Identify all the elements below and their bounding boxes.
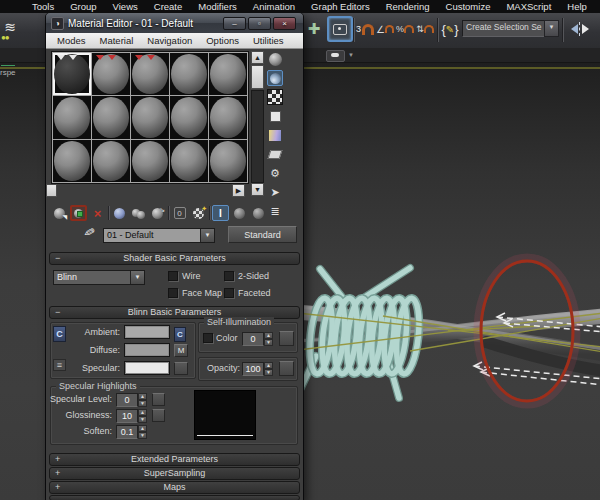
ambient-color-swatch[interactable]	[124, 325, 170, 339]
material-swatch-3[interactable]	[131, 53, 169, 95]
menu-rendering[interactable]: Rendering	[378, 1, 438, 12]
backlight-icon[interactable]	[267, 70, 283, 86]
menu-views[interactable]: Views	[105, 1, 146, 12]
opacity-spinner[interactable]: 100 ▲▼	[242, 362, 273, 376]
palette-scrollbar-track[interactable]	[251, 90, 264, 183]
angle-snap-icon[interactable]: ∠	[376, 17, 394, 41]
shader-type-dropdown-arrow[interactable]: ▼	[130, 271, 144, 284]
material-swatch-13[interactable]	[131, 140, 169, 182]
face-map-checkbox[interactable]	[168, 288, 178, 298]
specular-color-swatch[interactable]	[124, 361, 170, 375]
palette-scroll-up-icon[interactable]: ▲	[251, 51, 264, 64]
material-swatch-1[interactable]	[53, 53, 91, 95]
rollout-extended-parameters[interactable]: + Extended Parameters	[49, 453, 300, 466]
dumbbell-icon[interactable]: ●●	[1, 33, 9, 42]
background-icon[interactable]	[267, 89, 283, 105]
selection-set-dropdown[interactable]: Create Selection Se	[462, 20, 552, 37]
show-end-result-icon[interactable]: I	[212, 205, 229, 221]
percent-snap-icon[interactable]: %	[396, 17, 414, 41]
self-illum-color-checkbox[interactable]	[203, 333, 213, 343]
lock-diffuse-icon[interactable]: C	[174, 327, 186, 342]
self-illum-map-button[interactable]	[279, 331, 294, 346]
diffuse-color-swatch[interactable]	[124, 343, 170, 357]
specular-level-value[interactable]: 0	[116, 393, 138, 407]
wire-checkbox[interactable]	[168, 271, 178, 281]
select-by-material-icon[interactable]: ➤	[267, 184, 283, 200]
glossiness-map-button[interactable]	[152, 409, 165, 422]
opacity-map-button[interactable]	[279, 361, 294, 376]
faceted-checkbox[interactable]	[224, 288, 234, 298]
menu-maxscript[interactable]: MAXScript	[498, 1, 559, 12]
stack-icon[interactable]: ≡	[53, 359, 66, 371]
me-menu-material[interactable]: Material	[93, 35, 141, 46]
material-swatch-4[interactable]	[170, 53, 208, 95]
soften-value[interactable]: 0.1	[116, 425, 138, 439]
material-swatch-15[interactable]	[209, 140, 247, 182]
put-to-library-icon[interactable]: ↘	[149, 205, 166, 221]
shader-type-dropdown[interactable]: Blinn ▼	[53, 270, 145, 285]
selection-set-dropdown-arrow[interactable]: ▼	[544, 20, 559, 37]
flyout-arrow-icon[interactable]: ▼	[348, 52, 354, 58]
assign-material-to-selection-icon[interactable]	[70, 205, 87, 221]
named-selection-sets-icon[interactable]: {✎}	[441, 17, 459, 41]
rollout-supersampling[interactable]: + SuperSampling	[49, 467, 300, 480]
minimize-icon[interactable]: –	[223, 17, 246, 30]
palette-scrollbar-thumb[interactable]	[251, 65, 264, 89]
material-map-navigator-icon[interactable]: ≣	[267, 203, 283, 219]
maximize-icon[interactable]: ▫	[248, 17, 271, 30]
rollout-shader-basic-parameters[interactable]: − Shader Basic Parameters	[49, 252, 300, 265]
reset-map-icon[interactable]: ×	[89, 205, 106, 221]
go-to-parent-icon[interactable]	[231, 205, 248, 221]
me-menu-utilities[interactable]: Utilities	[246, 35, 291, 46]
select-and-move-icon[interactable]: ✚	[304, 17, 324, 41]
menu-modifiers[interactable]: Modifiers	[190, 1, 245, 12]
opacity-value[interactable]: 100	[242, 362, 264, 376]
material-swatch-8[interactable]	[131, 96, 169, 138]
sample-type-icon[interactable]	[267, 51, 283, 67]
material-editor-titlebar[interactable]: ◑ Material Editor - 01 - Default – ▫ ×	[46, 13, 303, 33]
specular-level-spinner[interactable]: 0 ▲▼	[116, 393, 147, 407]
soften-spinner[interactable]: 0.1 ▲▼	[116, 425, 147, 439]
lock-ambient-diffuse-icon[interactable]: C	[53, 326, 66, 342]
get-material-icon[interactable]: ◥	[51, 205, 68, 221]
rollout-maps[interactable]: + Maps	[49, 481, 300, 494]
options-icon[interactable]: ⚙	[267, 165, 283, 181]
menu-tools[interactable]: Tools	[24, 1, 62, 12]
me-menu-navigation[interactable]: Navigation	[140, 35, 199, 46]
material-name-dropdown-arrow[interactable]: ▼	[200, 229, 214, 242]
material-swatch-2[interactable]	[92, 53, 130, 95]
make-unique-icon[interactable]	[130, 205, 147, 221]
menu-animation[interactable]: Animation	[245, 1, 303, 12]
palette-scroll-down-icon[interactable]: ▼	[251, 183, 264, 196]
sample-uv-tiling-icon[interactable]	[267, 108, 283, 124]
snaps-toggle-icon[interactable]: 3	[356, 17, 374, 41]
material-type-button[interactable]: Standard	[228, 226, 297, 243]
specular-level-map-button[interactable]	[152, 393, 165, 406]
material-swatch-14[interactable]	[170, 140, 208, 182]
self-illum-spinner[interactable]: 0 ▲▼	[242, 332, 273, 346]
material-swatch-5[interactable]	[209, 53, 247, 95]
material-name-dropdown[interactable]: 01 - Default ▼	[103, 228, 215, 243]
menu-create[interactable]: Create	[146, 1, 191, 12]
material-swatch-10[interactable]	[209, 96, 247, 138]
palette-hscroll-thumb[interactable]	[46, 184, 57, 197]
spinner-snap-icon[interactable]: ⇅	[416, 17, 434, 41]
show-shaded-material-in-viewport-icon[interactable]: ✦	[190, 205, 207, 221]
diffuse-map-button[interactable]: M	[174, 344, 188, 357]
material-swatch-12[interactable]	[92, 140, 130, 182]
mirror-icon[interactable]	[568, 17, 592, 41]
menu-customize[interactable]: Customize	[438, 1, 499, 12]
two-sided-checkbox[interactable]	[224, 271, 234, 281]
me-menu-modes[interactable]: Modes	[50, 35, 93, 46]
axis-constraints-icon[interactable]	[326, 50, 345, 62]
self-illum-value[interactable]: 0	[242, 332, 264, 346]
palette-scroll-right-icon[interactable]: ▶	[232, 184, 245, 197]
close-icon[interactable]: ×	[273, 17, 296, 30]
go-forward-to-sibling-icon[interactable]	[250, 205, 267, 221]
material-id-channel-icon[interactable]: 0	[171, 205, 188, 221]
menu-help[interactable]: Help	[559, 1, 595, 12]
material-swatch-11[interactable]	[53, 140, 91, 182]
video-color-check-icon[interactable]	[267, 127, 283, 143]
rollout-partial[interactable]	[49, 495, 300, 500]
material-swatch-7[interactable]	[92, 96, 130, 138]
